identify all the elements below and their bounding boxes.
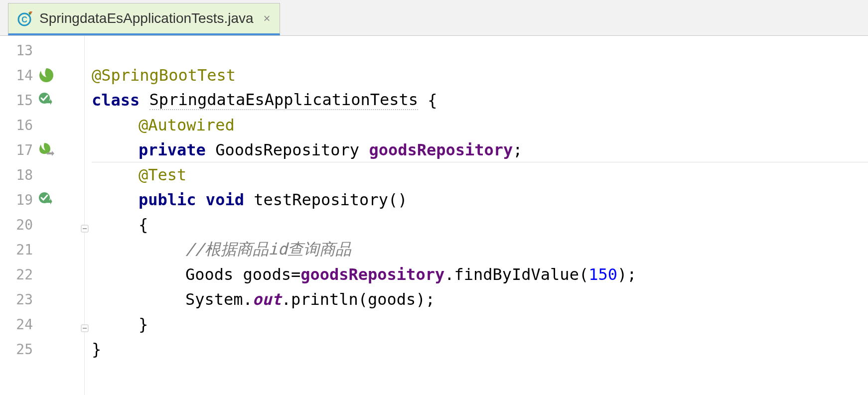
code-line[interactable]: Goods goods=goodsRepository.findByIdValu… <box>92 262 868 287</box>
gutter-row[interactable]: 23 <box>0 287 84 312</box>
gutter-row[interactable]: 15 <box>0 88 84 113</box>
number-literal: 150 <box>588 265 617 284</box>
brace: { <box>418 91 437 110</box>
close-icon[interactable]: × <box>264 11 271 25</box>
field: goodsRepository <box>369 140 513 159</box>
code-line[interactable]: @Autowired <box>92 113 868 137</box>
line-number: 16 <box>9 117 33 133</box>
spring-icon[interactable] <box>38 67 55 84</box>
editor-tab[interactable]: C SpringdataEsApplicationTests.java × <box>8 3 280 35</box>
code-line[interactable]: public void testRepository() <box>92 187 868 212</box>
type: GoodsRepository <box>215 140 359 159</box>
code-line[interactable]: @SpringBootTest <box>92 63 868 88</box>
code-line[interactable] <box>92 38 868 63</box>
semicolon: ; <box>513 140 522 159</box>
gutter-row[interactable]: 18 <box>0 162 84 187</box>
line-number: 13 <box>9 42 33 59</box>
keyword: class <box>92 91 140 110</box>
method-name: testRepository <box>254 190 388 209</box>
annotation: @SpringBootTest <box>92 66 236 85</box>
tab-bar: C SpringdataEsApplicationTests.java × <box>0 0 868 36</box>
gutter: 13 14 15 16 17 <box>0 36 85 395</box>
code-line[interactable]: private GoodsRepository goodsRepository; <box>92 137 868 162</box>
gutter-row[interactable]: 16 <box>0 113 84 137</box>
code-area[interactable]: @SpringBootTest class SpringdataEsApplic… <box>85 36 868 395</box>
spring-bean-icon[interactable] <box>38 141 55 158</box>
line-number: 18 <box>9 167 33 183</box>
line-number: 21 <box>9 242 33 258</box>
keyword: void <box>206 190 244 209</box>
line-number: 19 <box>9 192 33 208</box>
code-line[interactable]: //根据商品id查询商品 <box>92 237 868 262</box>
static-field: out <box>253 290 282 309</box>
line-number: 24 <box>9 316 33 333</box>
gutter-row[interactable]: 19 <box>0 187 84 212</box>
gutter-row[interactable]: 20 <box>0 212 84 237</box>
run-test-icon[interactable] <box>38 191 55 208</box>
brace: } <box>92 340 101 359</box>
gutter-row[interactable]: 22 <box>0 262 84 287</box>
paren-close: ); <box>617 265 637 284</box>
brace: } <box>139 315 148 334</box>
code-line[interactable]: } <box>92 312 868 337</box>
line-number: 22 <box>9 266 33 283</box>
run-test-icon[interactable] <box>38 92 55 109</box>
line-number: 15 <box>9 92 33 109</box>
class-file-icon: C <box>17 10 33 26</box>
code-line[interactable]: System.out.println(goods); <box>92 287 868 312</box>
gutter-row[interactable]: 13 <box>0 38 84 63</box>
annotation: @Test <box>139 165 186 184</box>
svg-text:C: C <box>21 15 27 24</box>
class-name: SpringdataEsApplicationTests <box>149 90 418 110</box>
field: goodsRepository <box>300 265 444 284</box>
dot: . <box>243 290 253 309</box>
keyword: private <box>139 140 206 159</box>
dot: . <box>282 290 291 309</box>
gutter-row[interactable]: 21 <box>0 237 84 262</box>
paren-open: ( <box>579 265 588 284</box>
class-ref: System <box>185 290 243 309</box>
gutter-row[interactable]: 24 <box>0 312 84 337</box>
dot: . <box>444 265 454 284</box>
paren-open: ( <box>358 290 368 309</box>
comment: //根据商品id查询商品 <box>185 239 351 261</box>
tab-title: SpringdataEsApplicationTests.java <box>39 10 254 26</box>
code-line[interactable]: class SpringdataEsApplicationTests { <box>92 88 868 113</box>
code-line[interactable]: { <box>92 212 868 237</box>
annotation: @Autowired <box>139 116 235 134</box>
line-number: 23 <box>9 291 33 308</box>
method-call: findByIdValue <box>454 265 579 284</box>
gutter-row[interactable]: 14 <box>0 63 84 88</box>
line-number: 14 <box>9 67 33 84</box>
keyword: public <box>139 190 196 209</box>
gutter-row[interactable]: 17 <box>0 137 84 162</box>
line-number: 20 <box>9 217 33 233</box>
code-line[interactable]: } <box>92 337 868 362</box>
editor-area: 13 14 15 16 17 <box>0 36 868 395</box>
brace: { <box>139 215 148 234</box>
paren-close: ); <box>416 290 435 309</box>
variable: goods <box>243 265 291 284</box>
method-call: println <box>291 290 358 309</box>
type: Goods <box>185 265 233 284</box>
parens: () <box>388 190 408 209</box>
line-number: 25 <box>9 341 33 358</box>
gutter-row[interactable]: 25 <box>0 337 84 362</box>
code-line[interactable]: @Test <box>92 162 868 187</box>
argument: goods <box>368 290 416 309</box>
line-number: 17 <box>9 142 33 158</box>
equals: = <box>291 265 300 284</box>
